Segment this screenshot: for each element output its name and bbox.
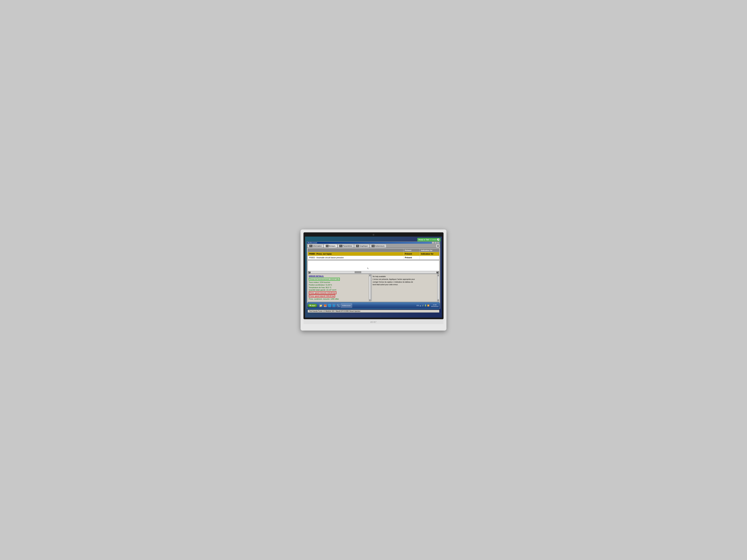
details-scrollbar[interactable]: ▲ ▼ [369,274,371,301]
error-status-p0089: Présent [404,252,420,256]
close-button[interactable]: ✕ [437,242,439,244]
window-title: Multiecuscan [308,242,317,244]
lang-indicator: FR [416,304,419,306]
sys-tray-icons: FR ▲ 🔊 🔋 📶 [416,304,430,306]
start-label: start [311,304,315,306]
help-scrollbar[interactable]: ▲ ▼ [437,274,439,301]
help-line-2: L'erreur est présente. Appliquez l'actio… [373,278,438,281]
scroll-area: ↖ ◀ ▶ [308,260,439,273]
help-scroll-down[interactable]: ▼ [437,299,439,301]
detail-line-press-mesure: Press. gasoil mesurée: 618,00 bar [309,291,336,294]
taskbar-icon-firefox[interactable]: 🦊 [323,304,327,308]
detail-line-temps: Temps de fonctionnement: 262237 Min [309,278,340,281]
horizontal-scrollbar[interactable]: ◀ ▶ [308,271,439,273]
error-code-p0089: P0089 - Press. sur tuyau [308,252,404,256]
help-panel: No help available L'erreur est présente.… [371,274,439,301]
tab-parametres[interactable]: F4 Paramètres [337,244,354,247]
tab-bar: F2 Information F3 Erreurs F4 Paramètres … [307,244,440,248]
network-icon: 📶 [427,304,430,306]
tab-information[interactable]: F2 Information [308,244,324,247]
taskbar-app-label: Multiecuscan [342,305,351,306]
expand-icon[interactable]: ▲ [419,304,421,306]
help-text: No help available L'erreur est présente.… [373,275,438,286]
microphone-icon: 🎤 [437,239,439,241]
title-bar: Multiecuscan _ □ ✕ [307,242,440,244]
detail-line-surali: Press. suraliment. mesurée: 1299 mBar [309,298,370,300]
title-bar-buttons: _ □ ✕ [432,242,439,244]
tab-key-f5: F5 [356,245,359,247]
col-header-indicator: Indicateur for [420,249,439,252]
brand-name: acer [370,321,377,323]
taskbar-app-multiecuscan[interactable]: Multiecuscan [341,303,352,308]
tab-erreurs[interactable]: F3 Erreurs [324,244,337,247]
tab-label-actionneurs: Actionneurs [375,245,385,247]
bottom-panels: ERROR DETAILS: Temps de fonctionnement: … [308,274,439,301]
cursor-indicator: ↖ [367,267,369,270]
tab-more-button[interactable]: ◀ [436,244,439,247]
scroll-down-arrow[interactable]: ▼ [369,299,371,301]
scroll-up-arrow[interactable]: ▲ [369,274,371,276]
laptop-brand: acer [304,319,443,324]
detail-line-quantite: Quantité totale gazole: 22,137 mm³/i [309,289,370,291]
error-status-p0003: Présent [404,256,420,260]
taskbar-icon-network[interactable]: 🌐 [332,304,336,308]
tab-actionneurs[interactable]: F6 Actionneurs [370,244,386,247]
tab-key-f6: F6 [371,245,375,247]
error-details-title: ERROR DETAILS: [309,275,370,277]
help-scroll-track[interactable] [438,276,439,299]
help-line-4: bord était activé pour cette erreur. [373,283,438,286]
tab-key-f2: F2 [309,245,312,247]
scroll-thumb[interactable] [355,271,361,273]
taskbar-right: FR ▲ 🔊 🔋 📶 14:36 25/10/2019 [416,304,439,307]
scroll-left-button[interactable]: ◀ [308,271,310,273]
taskbar-divider-1 [318,303,318,308]
speaker-icon: 🔊 [422,304,424,306]
detail-line-position: Position accélérateur: 51,58 % [309,284,370,286]
col-header-code [308,249,404,252]
tab-label-erreurs: Erreurs [329,245,335,247]
taskbar-clock: 14:36 25/10/2019 [430,304,439,307]
tab-label-graphique: Graphique [359,245,368,247]
table-row[interactable]: P0089 - Press. sur tuyau Présent Indicat… [308,252,439,256]
help-scroll-up[interactable]: ▲ [437,274,439,276]
scroll-track[interactable] [311,271,436,273]
taskbar-icon-app2[interactable]: 🔧 [336,304,340,308]
tab-label-information: Information [313,245,322,247]
tab-graphique[interactable]: F5 Graphique [354,244,369,247]
cortana-ready-text: Ready to Talk [418,239,429,241]
webcam [373,234,374,236]
maximize-button[interactable]: □ [434,242,437,244]
cortana-sub-text: to Cortana [430,239,436,240]
col-header-status: Présent [404,249,420,252]
tab-key-f4: F4 [339,245,342,247]
status-text: Fiat Grande Punto 1.3 MultiJet 16V / Mar… [309,310,360,312]
cortana-badge[interactable]: Ready to Talk to Cortana 🎤 [417,238,441,241]
detail-line-tours: Tours moteur: 2234 tour/min [309,281,370,284]
taskbar-icon-folder[interactable]: 📁 [319,304,323,308]
windows-icon: ⊞ [309,304,311,306]
start-button[interactable]: ⊞ start [308,304,317,307]
detail-line-temp: Température de l'eau: 80,0 °C [309,286,370,289]
detail-line-press-objectif: Press. gasoil objectif: 938,00 bar [309,295,335,297]
error-details-panel: ERROR DETAILS: Temps de fonctionnement: … [308,274,371,301]
desktop: Ready to Talk to Cortana 🎤 Multiecuscan … [305,237,442,318]
error-indicator-p0003 [420,256,439,260]
tab-key-f3: F3 [326,245,329,247]
tab-label-parametres: Paramètres [343,245,352,247]
error-code-p0003: P0003 - Anomalie circuit basse pression [308,256,404,260]
minimize-button[interactable]: _ [432,242,434,244]
status-bar: Fiat Grande Punto 1.3 MultiJet 16V / Mar… [308,310,439,313]
scroll-right-button[interactable]: ▶ [437,271,439,273]
battery-icon: 🔋 [424,304,427,306]
app-window: Multiecuscan _ □ ✕ F2 Information F3 [307,241,440,309]
help-line-1: No help available [373,275,438,278]
error-table: Présent Indicateur for P0089 - Press. su… [308,248,439,260]
help-line-3: corriger l'erreur du capteur. L'indicate… [373,281,438,284]
error-indicator-p0089: Indicateur for [420,252,439,256]
screen-bezel: Ready to Talk to Cortana 🎤 Multiecuscan … [304,232,443,319]
clock-date: 25/10/2019 [431,305,438,307]
scroll-track-vertical[interactable] [369,276,370,299]
taskbar: ⊞ start 📁 🦊 🌐 🌐 🔧 Multiecuscan FR [307,303,440,309]
taskbar-icon-chrome[interactable]: 🌐 [328,304,332,308]
table-row[interactable]: P0003 - Anomalie circuit basse pression … [308,256,439,260]
